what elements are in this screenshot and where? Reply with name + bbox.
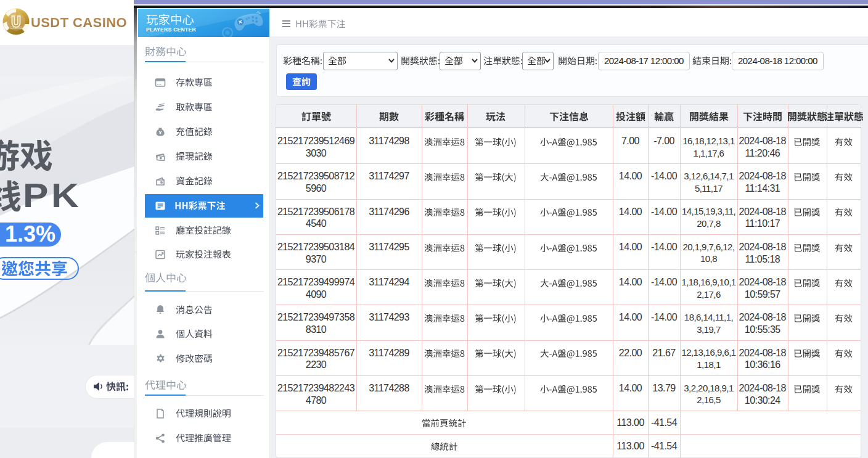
svg-text:CASINO: CASINO (10, 26, 22, 30)
